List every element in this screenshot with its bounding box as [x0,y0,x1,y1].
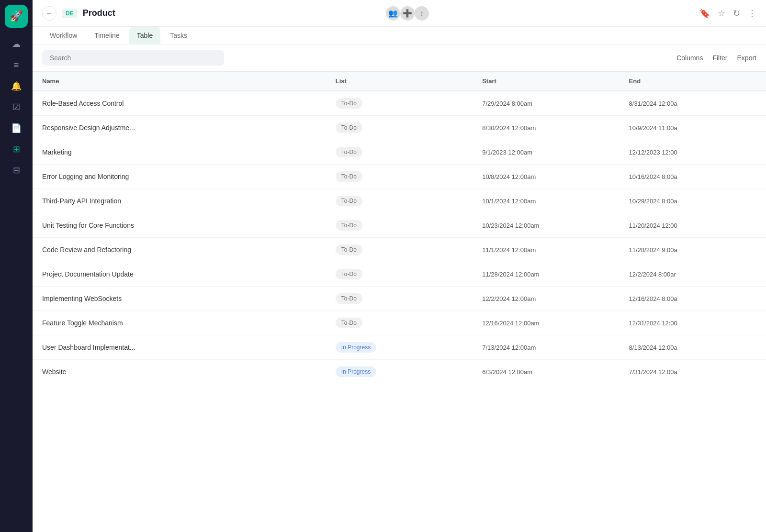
task-end-date: 10/29/2024 8:00a [620,189,766,213]
task-name: Project Documentation Update [33,262,326,287]
topbar-action-icons: 🔖 ☆ ↻ ⋮ [699,8,756,19]
task-end-date: 7/31/2024 12:00a [620,360,766,384]
sidebar: 🚀 ☁ ≡ 🔔 ☑ 📄 ⊞ ⊟ [0,0,33,532]
project-title: Product [83,8,115,18]
task-list-badge: To-Do [326,140,473,165]
task-start-date: 10/1/2024 12:00am [473,189,619,213]
page-icon[interactable]: 📄 [8,120,25,137]
task-list-badge: In Progress [326,360,473,384]
task-table: Name List Start End Role-Based Access Co… [33,72,766,384]
col-header-list: List [326,72,473,91]
task-start-date: 12/2/2024 12:00am [473,287,619,311]
toolbar-actions: Columns Filter Export [676,54,756,62]
task-name: Unit Testing for Core Functions [33,213,326,238]
task-start-date: 12/16/2024 12:00am [473,311,619,335]
refresh-icon[interactable]: ↻ [733,8,740,19]
checkbox-icon[interactable]: ☑ [8,99,25,116]
table-row[interactable]: Code Review and RefactoringTo-Do11/1/202… [33,238,766,262]
task-table-container: Name List Start End Role-Based Access Co… [33,72,766,532]
bookmark-icon[interactable]: 🔖 [699,8,710,19]
task-start-date: 11/1/2024 12:00am [473,238,619,262]
task-end-date: 10/9/2024 11:00a [620,116,766,140]
col-header-end: End [620,72,766,91]
export-button[interactable]: Export [737,54,756,62]
add-member-icon[interactable]: ➕ [400,6,415,21]
col-header-start: Start [473,72,619,91]
task-name: Website [33,360,326,384]
task-list-badge: To-Do [326,262,473,287]
star-icon[interactable]: ☆ [718,8,725,19]
task-end-date: 8/13/2024 12:00a [620,335,766,360]
table-row[interactable]: MarketingTo-Do9/1/2023 12:00am12/12/2023… [33,140,766,165]
toolbar: Columns Filter Export [33,44,766,72]
col-header-name: Name [33,72,326,91]
task-name: Marketing [33,140,326,165]
task-start-date: 10/23/2024 12:00am [473,213,619,238]
task-name: Error Logging and Monitoring [33,165,326,189]
task-name: Responsive Design Adjustme... [33,116,326,140]
tab-workflow[interactable]: Workflow [42,27,85,44]
task-start-date: 8/30/2024 12:00am [473,116,619,140]
topbar: ← DE Product 👥 ➕ ↕ 🔖 ☆ ↻ ⋮ [33,0,766,27]
task-end-date: 8/31/2024 12:00a [620,91,766,116]
task-name: User Dashboard Implementat... [33,335,326,360]
task-list-badge: In Progress [326,335,473,360]
table-row[interactable]: User Dashboard Implementat...In Progress… [33,335,766,360]
task-name: Feature Toggle Mechanism [33,311,326,335]
table-row[interactable]: Implementing WebSocketsTo-Do12/2/2024 12… [33,287,766,311]
team-avatar-1[interactable]: 👥 [386,6,400,21]
cloud-icon[interactable]: ☁ [8,35,25,53]
team-avatars: 👥 ➕ ↕ [386,6,429,21]
table-header-row: Name List Start End [33,72,766,91]
table-row[interactable]: Feature Toggle MechanismTo-Do12/16/2024 … [33,311,766,335]
columns-button[interactable]: Columns [676,54,703,62]
table-row[interactable]: WebsiteIn Progress6/3/2024 12:00am7/31/2… [33,360,766,384]
bell-icon[interactable]: 🔔 [8,78,25,95]
topbar-right-controls: 👥 ➕ ↕ [386,6,429,21]
task-end-date: 12/31/2024 12:00 [620,311,766,335]
task-name: Code Review and Refactoring [33,238,326,262]
main-content: ← DE Product 👥 ➕ ↕ 🔖 ☆ ↻ ⋮ Workflow Time… [33,0,766,532]
task-start-date: 9/1/2023 12:00am [473,140,619,165]
task-list-badge: To-Do [326,287,473,311]
task-name: Third-Party API Integration [33,189,326,213]
task-list-badge: To-Do [326,213,473,238]
nav-tabs: Workflow Timeline Table Tasks [33,27,766,44]
task-start-date: 10/8/2024 12:00am [473,165,619,189]
task-end-date: 12/12/2023 12:00 [620,140,766,165]
task-list-badge: To-Do [326,311,473,335]
task-list-badge: To-Do [326,165,473,189]
tab-table[interactable]: Table [129,27,160,44]
sort-icon[interactable]: ↕ [415,6,429,21]
table-row[interactable]: Responsive Design Adjustme...To-Do8/30/2… [33,116,766,140]
task-name: Implementing WebSockets [33,287,326,311]
tab-timeline[interactable]: Timeline [87,27,127,44]
task-end-date: 11/20/2024 12:00 [620,213,766,238]
table-row[interactable]: Project Documentation UpdateTo-Do11/28/2… [33,262,766,287]
table-row[interactable]: Error Logging and MonitoringTo-Do10/8/20… [33,165,766,189]
task-start-date: 7/29/2024 8:00am [473,91,619,116]
table-row[interactable]: Third-Party API IntegrationTo-Do10/1/202… [33,189,766,213]
project-badge: DE [62,9,77,18]
task-end-date: 10/16/2024 8:00a [620,165,766,189]
task-end-date: 12/2/2024 8:00ar [620,262,766,287]
task-start-date: 7/13/2024 12:00am [473,335,619,360]
search-input[interactable] [42,50,224,66]
app-logo[interactable]: 🚀 [5,5,28,28]
back-button[interactable]: ← [42,6,56,21]
tab-tasks[interactable]: Tasks [162,27,195,44]
task-list-badge: To-Do [326,91,473,116]
menu-icon[interactable]: ≡ [8,56,25,74]
table-row[interactable]: Unit Testing for Core FunctionsTo-Do10/2… [33,213,766,238]
task-end-date: 11/28/2024 9:00a [620,238,766,262]
task-end-date: 12/16/2024 8:00a [620,287,766,311]
table-row[interactable]: Role-Based Access ControlTo-Do7/29/2024 … [33,91,766,116]
task-start-date: 11/28/2024 12:00am [473,262,619,287]
table-icon[interactable]: ⊞ [8,141,25,158]
task-list-badge: To-Do [326,116,473,140]
filter-button[interactable]: Filter [712,54,727,62]
more-options-icon[interactable]: ⋮ [748,8,756,19]
grid-icon[interactable]: ⊟ [8,162,25,179]
task-list-badge: To-Do [326,189,473,213]
task-start-date: 6/3/2024 12:00am [473,360,619,384]
